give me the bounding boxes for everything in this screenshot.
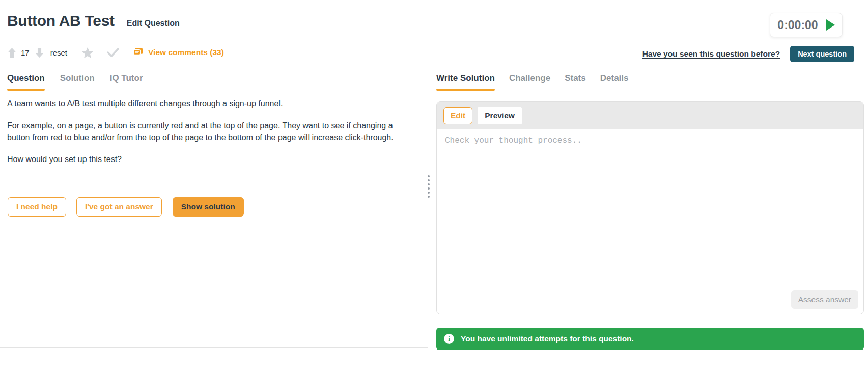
need-help-button[interactable]: I need help bbox=[8, 197, 66, 217]
editor-mode-bar: Edit Preview bbox=[437, 102, 863, 129]
info-icon: i bbox=[444, 334, 454, 344]
play-icon[interactable] bbox=[826, 19, 835, 31]
tab-iq-tutor[interactable]: IQ Tutor bbox=[110, 73, 143, 90]
comments-label: View comments (33) bbox=[148, 48, 224, 57]
question-paragraph: For example, on a page, a button is curr… bbox=[7, 120, 394, 143]
attempts-banner-text: You have unlimited attempts for this que… bbox=[461, 334, 634, 343]
seen-before-link[interactable]: Have you seen this question before? bbox=[642, 49, 780, 59]
got-answer-button[interactable]: I've got an answer bbox=[76, 197, 162, 217]
header: Button AB Test Edit Question bbox=[7, 12, 180, 30]
page-title: Button AB Test bbox=[7, 12, 115, 30]
editor-footer: Assess answer bbox=[437, 268, 863, 314]
reset-votes-link[interactable]: reset bbox=[50, 48, 67, 57]
preview-mode-button[interactable]: Preview bbox=[478, 107, 522, 124]
right-tab-bar: Write Solution Challenge Stats Details bbox=[436, 66, 864, 90]
upvote-arrow-icon[interactable] bbox=[7, 47, 17, 58]
attempts-banner: i You have unlimited attempts for this q… bbox=[436, 328, 864, 350]
vote-count: 17 bbox=[21, 48, 30, 57]
tab-stats[interactable]: Stats bbox=[565, 73, 586, 90]
question-actions: I need help I've got an answer Show solu… bbox=[7, 197, 421, 217]
timer-card: 0:00:00 bbox=[770, 13, 843, 37]
downvote-arrow-icon[interactable] bbox=[35, 47, 44, 58]
star-icon[interactable] bbox=[81, 47, 94, 59]
tab-question[interactable]: Question bbox=[7, 73, 45, 90]
tab-challenge[interactable]: Challenge bbox=[509, 73, 550, 90]
question-panel: Question Solution IQ Tutor A team wants … bbox=[0, 66, 428, 348]
question-paragraph: How would you set up this test? bbox=[7, 154, 394, 165]
solution-textarea[interactable] bbox=[437, 129, 863, 268]
question-paragraph: A team wants to A/B test multiple differ… bbox=[7, 98, 394, 110]
question-page: Button AB Test Edit Question 0:00:00 17 … bbox=[0, 0, 868, 376]
assess-answer-button[interactable]: Assess answer bbox=[791, 290, 858, 309]
main-split: Question Solution IQ Tutor A team wants … bbox=[0, 66, 868, 350]
tab-details[interactable]: Details bbox=[600, 73, 629, 90]
edit-mode-button[interactable]: Edit bbox=[443, 107, 472, 124]
tab-write-solution[interactable]: Write Solution bbox=[436, 73, 495, 90]
show-solution-button[interactable]: Show solution bbox=[173, 197, 244, 217]
checkmark-icon[interactable] bbox=[107, 48, 119, 57]
timer-value: 0:00:00 bbox=[777, 18, 818, 32]
panel-resize-handle[interactable] bbox=[427, 174, 431, 199]
solution-editor-card: Edit Preview Assess answer bbox=[436, 101, 864, 314]
header-right: Have you seen this question before? Next… bbox=[642, 46, 854, 62]
comments-icon bbox=[133, 48, 144, 57]
tab-solution[interactable]: Solution bbox=[60, 73, 95, 90]
next-question-button[interactable]: Next question bbox=[790, 46, 854, 62]
solution-panel: Write Solution Challenge Stats Details E… bbox=[428, 66, 868, 350]
view-comments-link[interactable]: View comments (33) bbox=[133, 48, 224, 57]
edit-question-link[interactable]: Edit Question bbox=[127, 19, 180, 28]
vote-row: 17 reset View comments (33) bbox=[7, 46, 224, 59]
question-body: A team wants to A/B test multiple differ… bbox=[0, 90, 428, 217]
left-tab-bar: Question Solution IQ Tutor bbox=[0, 66, 428, 90]
